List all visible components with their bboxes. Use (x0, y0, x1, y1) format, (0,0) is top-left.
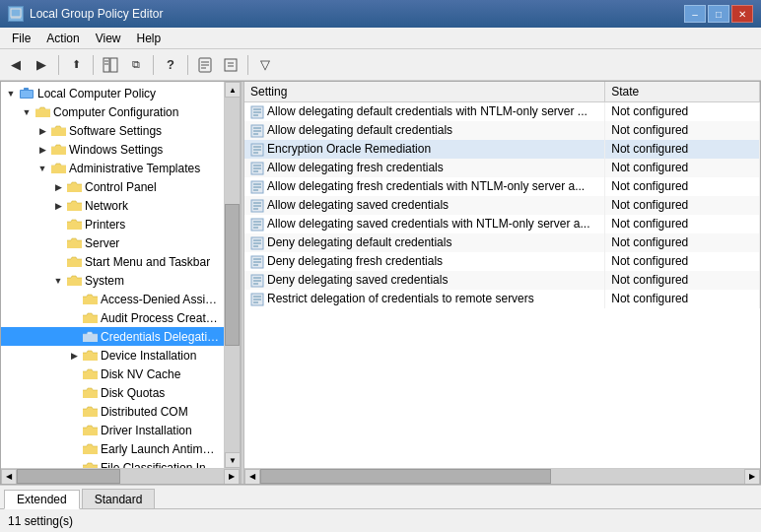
menu-view[interactable]: View (88, 30, 129, 47)
tree-item-windows-settings[interactable]: ▶ Windows Settings (1, 140, 224, 159)
col-setting[interactable]: Setting (244, 82, 605, 102)
svg-rect-31 (83, 371, 98, 379)
setting-text: Encryption Oracle Remediation (267, 142, 431, 156)
hscroll-right-btn[interactable]: ▶ (224, 469, 240, 485)
table-row[interactable]: Allow delegating saved credentials with … (244, 215, 760, 233)
folder-icon-apc (82, 311, 98, 325)
tree-item-disk-quotas[interactable]: Disk Quotas (1, 383, 224, 402)
table-row[interactable]: Restrict delegation of credentials to re… (244, 290, 760, 308)
back-button[interactable]: ◀ (4, 53, 28, 77)
menu-file[interactable]: File (4, 30, 38, 47)
tree-item-printers[interactable]: Printers (1, 215, 224, 233)
right-hscroll-right[interactable]: ▶ (744, 469, 760, 485)
tree-item-local-computer-policy[interactable]: ▼ Local Computer Policy (1, 84, 224, 102)
table-row[interactable]: Allow delegating default credentialsNot … (244, 121, 760, 140)
vscroll-thumb[interactable] (225, 204, 240, 346)
tree-item-early-launch[interactable]: Early Launch Antimalw... (1, 439, 224, 458)
tree-label-at: Administrative Templates (69, 162, 200, 175)
vscroll-down-btn[interactable]: ▼ (225, 452, 240, 468)
table-row[interactable]: Encryption Oracle RemediationNot configu… (244, 140, 760, 159)
tree-item-system[interactable]: ▼ System (1, 271, 224, 290)
tree-item-start-menu[interactable]: Start Menu and Taskbar (1, 252, 224, 271)
setting-text: Allow delegating saved credentials (267, 198, 449, 212)
help-button[interactable]: ? (159, 53, 182, 77)
show-hide-button[interactable] (99, 53, 122, 77)
table-row[interactable]: Allow delegating default credentials wit… (244, 102, 760, 121)
status-bar: 11 setting(s) (0, 508, 761, 532)
minimize-button[interactable]: – (684, 5, 706, 23)
table-row[interactable]: Deny delegating fresh credentialsNot con… (244, 252, 760, 271)
folder-icon-dc (82, 405, 98, 419)
tab-standard[interactable]: Standard (82, 489, 156, 508)
tree-vscroll[interactable]: ▲ ▼ (224, 82, 240, 468)
toolbar-separator-3 (153, 55, 154, 75)
title-bar: Local Group Policy Editor – □ ✕ (0, 0, 761, 28)
hscroll-left-btn[interactable]: ◀ (1, 469, 17, 485)
properties-button[interactable] (193, 53, 217, 77)
tree-item-control-panel[interactable]: ▶ Control Panel (1, 177, 224, 196)
tree-item-network[interactable]: ▶ Network (1, 196, 224, 215)
menu-help[interactable]: Help (129, 30, 170, 47)
status-text: 11 setting(s) (8, 514, 73, 528)
right-hscroll[interactable]: ◀ ▶ (244, 468, 760, 484)
tree-label-fc: File Classification Infra... (101, 461, 220, 469)
svg-rect-28 (83, 315, 98, 323)
tree-label-dri: Driver Installation (101, 424, 192, 437)
folder-icon-ss (50, 124, 66, 138)
svg-rect-16 (24, 88, 29, 90)
table-row[interactable]: Allow delegating fresh credentialsNot co… (244, 159, 760, 177)
svg-rect-19 (51, 147, 66, 155)
forward-button[interactable]: ▶ (30, 53, 53, 77)
menu-action[interactable]: Action (38, 30, 87, 47)
tree-item-disk-nv[interactable]: Disk NV Cache (1, 365, 224, 383)
setting-cell: Allow delegating saved credentials with … (244, 215, 605, 233)
tree-item-server[interactable]: Server (1, 233, 224, 252)
tree-label-cp: Control Panel (85, 180, 157, 194)
hscroll-thumb[interactable] (17, 469, 120, 484)
export-button[interactable] (219, 53, 242, 77)
computer-icon (19, 87, 35, 100)
svg-rect-33 (83, 409, 98, 417)
state-cell: Not configured (605, 290, 760, 308)
svg-rect-3 (104, 58, 109, 72)
tree-item-computer-config[interactable]: ▼ Computer Configuration (1, 102, 224, 121)
tree-item-driver-installation[interactable]: Driver Installation (1, 421, 224, 439)
state-cell: Not configured (605, 196, 760, 215)
toolbar-separator-2 (93, 55, 94, 75)
setting-text: Deny delegating fresh credentials (267, 254, 443, 268)
filter-button[interactable]: ▽ (253, 53, 277, 77)
tree-label-di: Device Installation (101, 349, 196, 363)
maximize-button[interactable]: □ (708, 5, 729, 23)
tree-item-file-classification[interactable]: File Classification Infra... (1, 458, 224, 468)
new-window-button[interactable]: ⧉ (124, 53, 148, 77)
tab-extended[interactable]: Extended (4, 490, 80, 509)
tree-item-admin-templates[interactable]: ▼ Administrative Templates (1, 159, 224, 177)
tree-hscroll[interactable]: ◀ ▶ (1, 468, 240, 484)
table-row[interactable]: Allow delegating fresh credentials with … (244, 177, 760, 196)
folder-icon-ad (82, 293, 98, 306)
tree-item-credentials-delegation[interactable]: Credentials Delegation (1, 327, 224, 346)
tree-item-software-settings[interactable]: ▶ Software Settings (1, 121, 224, 140)
hscroll-track (17, 469, 224, 484)
up-button[interactable]: ⬆ (64, 53, 88, 77)
table-row[interactable]: Deny delegating saved credentialsNot con… (244, 271, 760, 290)
setting-cell: Allow delegating default credentials (244, 121, 605, 140)
table-row[interactable]: Allow delegating saved credentialsNot co… (244, 196, 760, 215)
col-state[interactable]: State (605, 82, 760, 102)
svg-rect-22 (67, 203, 82, 211)
tree-item-access-denied[interactable]: Access-Denied Assista... (1, 290, 224, 308)
svg-rect-17 (35, 109, 50, 117)
close-button[interactable]: ✕ (731, 5, 753, 23)
folder-icon-cd (82, 330, 98, 344)
table-row[interactable]: Deny delegating default credentialsNot c… (244, 233, 760, 252)
toolbar-separator-5 (247, 55, 248, 75)
vscroll-up-btn[interactable]: ▲ (225, 82, 240, 98)
setting-text: Deny delegating default credentials (267, 235, 451, 249)
right-hscroll-thumb[interactable] (260, 469, 551, 484)
svg-rect-1 (12, 10, 20, 15)
tree-item-device-installation[interactable]: ▶ Device Installation (1, 346, 224, 365)
right-hscroll-left[interactable]: ◀ (244, 469, 260, 485)
tree-item-audit-process[interactable]: Audit Process Creation (1, 308, 224, 327)
setting-icon (250, 105, 264, 119)
tree-item-distributed-com[interactable]: Distributed COM (1, 402, 224, 421)
